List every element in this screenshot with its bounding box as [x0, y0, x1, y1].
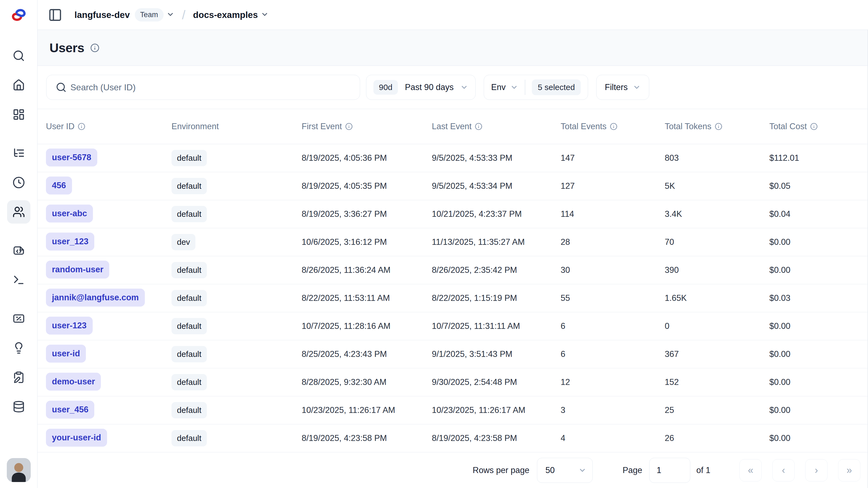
column-header-first-event[interactable]: First Event [302, 122, 432, 132]
total-tokens-cell: 5K [665, 181, 769, 191]
column-header-total-events[interactable]: Total Events [561, 122, 665, 132]
project-switcher[interactable] [260, 10, 269, 20]
user-id-badge[interactable]: 456 [46, 176, 72, 195]
user-id-badge[interactable]: user-id [46, 345, 86, 363]
info-icon[interactable] [610, 123, 617, 130]
environment-filter-button[interactable]: Env 5 selected [484, 75, 588, 100]
sidebar-item-users[interactable] [7, 200, 30, 224]
user-id-badge[interactable]: user-abc [46, 205, 93, 223]
user-avatar[interactable] [7, 458, 31, 482]
page-title-info-icon[interactable] [90, 43, 99, 53]
column-header-total-cost[interactable]: Total Cost [769, 122, 860, 132]
next-page-button[interactable]: › [805, 459, 828, 482]
table-body: user-5678 default 8/19/2025, 4:05:36 PM … [37, 144, 868, 452]
filters-button[interactable]: Filters [596, 75, 649, 100]
total-events-cell: 3 [561, 405, 665, 415]
sidebar-item-insights[interactable] [7, 336, 30, 360]
org-switcher[interactable] [166, 10, 175, 20]
info-icon[interactable] [78, 123, 85, 130]
env-label: Env [491, 82, 505, 92]
table-row[interactable]: user-abc default 8/19/2025, 3:36:27 PM 1… [37, 200, 868, 228]
table-row[interactable]: demo-user default 8/28/2025, 9:32:30 AM … [37, 368, 868, 396]
previous-page-button[interactable]: ‹ [772, 459, 795, 482]
table-row[interactable]: jannik@langfuse.com default 8/22/2025, 1… [37, 284, 868, 312]
column-header-user-id[interactable]: User ID [46, 122, 172, 132]
dashboard-grid-icon [12, 108, 25, 121]
sidebar-item-datasets[interactable] [7, 395, 30, 419]
column-header-last-event[interactable]: Last Event [432, 122, 561, 132]
user-id-badge[interactable]: your-user-id [46, 429, 107, 447]
table-row[interactable]: user_456 default 10/23/2025, 11:26:17 AM… [37, 396, 868, 424]
info-icon[interactable] [810, 123, 818, 130]
rows-per-page-value: 50 [546, 465, 555, 475]
environment-badge: default [172, 430, 207, 447]
chevron-down-icon [260, 10, 269, 19]
table-row[interactable]: 456 default 8/19/2025, 4:05:35 PM 9/5/20… [37, 172, 868, 200]
user-id-badge[interactable]: user_123 [46, 233, 94, 251]
info-icon[interactable] [475, 123, 483, 130]
first-event-cell: 8/19/2025, 4:23:58 PM [302, 433, 432, 443]
total-cost-cell: $0.04 [769, 209, 860, 219]
org-name[interactable]: langfuse-dev [74, 10, 130, 20]
sidebar-item-scores[interactable] [7, 307, 30, 330]
table-row[interactable]: user-5678 default 8/19/2025, 4:05:36 PM … [37, 144, 868, 172]
search-input[interactable] [70, 82, 354, 92]
first-event-cell: 8/28/2025, 9:32:30 AM [302, 377, 432, 387]
table-row[interactable]: user_123 dev 10/6/2025, 3:16:12 PM 11/13… [37, 228, 868, 256]
sidebar-item-tracing[interactable] [7, 141, 30, 165]
org-plan-badge: Team [135, 8, 164, 22]
page-header: Users [37, 30, 868, 66]
total-tokens-cell: 803 [665, 153, 769, 163]
user-id-badge[interactable]: demo-user [46, 373, 101, 391]
total-cost-cell: $0.00 [769, 433, 860, 443]
info-icon[interactable] [715, 123, 722, 130]
date-range-label: Past 90 days [405, 82, 454, 92]
env-selected-badge: 5 selected [532, 80, 581, 95]
total-cost-cell: $0.00 [769, 349, 860, 359]
last-page-button[interactable]: » [838, 459, 860, 482]
table-row[interactable]: your-user-id default 8/19/2025, 4:23:58 … [37, 424, 868, 452]
users-icon [12, 206, 25, 218]
sidebar-item-annotation[interactable] [7, 366, 30, 389]
pagination-buttons: « ‹ › » [740, 459, 860, 482]
chevron-down-icon [633, 83, 641, 91]
last-event-cell: 8/19/2025, 4:23:58 PM [432, 433, 561, 443]
column-header-environment[interactable]: Environment [172, 122, 302, 132]
sidebar-toggle-button[interactable] [47, 7, 63, 23]
total-events-cell: 147 [561, 153, 665, 163]
user-id-badge[interactable]: user-123 [46, 317, 93, 335]
date-range-button[interactable]: 90d Past 90 days [366, 75, 475, 100]
first-event-cell: 8/25/2025, 4:23:43 PM [302, 349, 432, 359]
table-row[interactable]: user-123 default 10/7/2025, 11:28:16 AM … [37, 312, 868, 340]
environment-badge: default [172, 346, 207, 362]
sidebar-item-dashboards[interactable] [7, 103, 30, 126]
project-name[interactable]: docs-examples [193, 10, 258, 20]
first-event-cell: 10/7/2025, 11:28:16 AM [302, 321, 432, 331]
search-box[interactable] [46, 75, 360, 100]
sidebar-item-search[interactable] [7, 44, 30, 67]
user-id-badge[interactable]: user-5678 [46, 148, 97, 167]
column-header-total-tokens[interactable]: Total Tokens [665, 122, 769, 132]
sidebar-item-home[interactable] [7, 74, 30, 97]
list-tree-icon [12, 147, 25, 160]
first-event-cell: 8/22/2025, 11:53:11 AM [302, 293, 432, 303]
page-number-input[interactable] [649, 458, 690, 483]
sidebar-item-prompts[interactable] [7, 239, 30, 262]
sidebar-item-playground[interactable] [7, 268, 30, 292]
table-row[interactable]: random-user default 8/26/2025, 11:36:24 … [37, 256, 868, 284]
sidebar-item-sessions[interactable] [7, 171, 30, 194]
page-label: Page [623, 465, 642, 475]
rows-per-page-select[interactable]: 50 [537, 458, 593, 483]
info-icon[interactable] [345, 123, 353, 130]
terminal-icon [12, 274, 25, 286]
table-row[interactable]: user-id default 8/25/2025, 4:23:43 PM 9/… [37, 340, 868, 368]
user-id-badge[interactable]: jannik@langfuse.com [46, 289, 145, 307]
user-id-badge[interactable]: user_456 [46, 401, 94, 419]
first-page-button[interactable]: « [740, 459, 762, 482]
total-tokens-cell: 390 [665, 265, 769, 275]
divider [525, 80, 525, 95]
app-window: langfuse-dev Team / docs-examples Users [0, 0, 868, 488]
total-events-cell: 4 [561, 433, 665, 443]
langfuse-logo[interactable] [0, 0, 37, 30]
user-id-badge[interactable]: random-user [46, 261, 109, 279]
